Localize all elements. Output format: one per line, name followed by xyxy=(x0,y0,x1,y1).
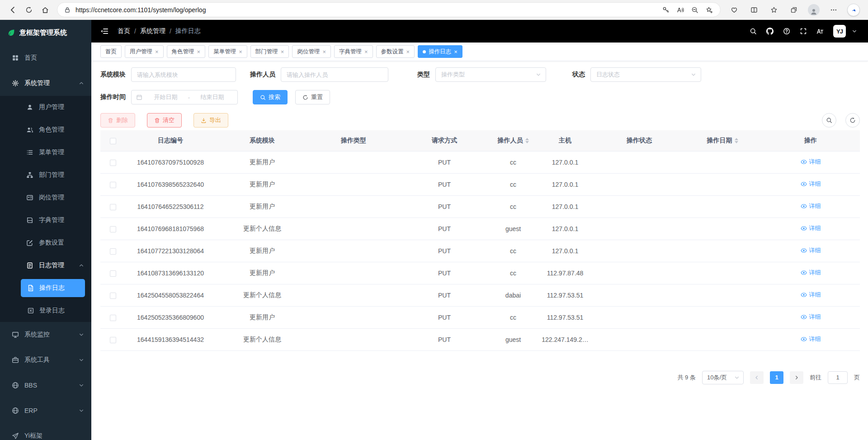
row-checkbox[interactable] xyxy=(110,248,116,255)
github-icon[interactable] xyxy=(766,28,774,35)
reset-button[interactable]: 重置 xyxy=(295,90,330,104)
sidebar-item-erp[interactable]: ERP xyxy=(0,398,91,423)
sidebar-item-system-monitor[interactable]: 系统监控 xyxy=(0,322,91,347)
column-date[interactable]: 操作日期 xyxy=(684,130,761,151)
close-icon[interactable]: × xyxy=(239,49,242,55)
date-range-picker[interactable]: 开始日期 - 结束日期 xyxy=(131,90,238,104)
back-button[interactable] xyxy=(5,2,21,18)
search-button[interactable]: 搜索 xyxy=(253,90,288,104)
row-checkbox[interactable] xyxy=(110,204,116,210)
goto-page-input[interactable] xyxy=(828,371,848,384)
fullscreen-icon[interactable] xyxy=(800,28,807,35)
tab-role-mgmt[interactable]: 角色管理 × xyxy=(167,45,206,58)
delete-button[interactable]: 删除 xyxy=(100,113,135,128)
url-text[interactable]: https://ccnetcore.com:1101/system/log/op… xyxy=(75,6,659,14)
app-logo-avatar[interactable]: YJ xyxy=(833,25,846,38)
tab-menu-mgmt[interactable]: 菜单管理 × xyxy=(208,45,247,58)
detail-link[interactable]: 详细 xyxy=(801,335,821,343)
zoom-out-icon[interactable] xyxy=(688,4,702,16)
row-checkbox[interactable] xyxy=(110,315,116,321)
tab-operlog[interactable]: 操作日志 × xyxy=(418,45,462,58)
sidebar-item-dept-mgmt[interactable]: 部门管理 xyxy=(0,164,91,186)
sidebar-item-log-mgmt[interactable]: 日志管理 xyxy=(0,254,91,277)
export-button[interactable]: 导出 xyxy=(193,113,228,128)
tab-param-settings[interactable]: 参数设置 × xyxy=(376,45,415,58)
password-key-icon[interactable] xyxy=(659,4,673,16)
search-icon[interactable] xyxy=(750,28,757,35)
close-icon[interactable]: × xyxy=(454,49,458,55)
show-search-toggle-button[interactable] xyxy=(822,113,836,128)
prev-page-button[interactable] xyxy=(750,371,764,384)
row-checkbox[interactable] xyxy=(110,226,116,232)
font-size-icon[interactable] xyxy=(816,28,824,35)
refresh-table-button[interactable] xyxy=(845,113,860,128)
split-screen-icon[interactable] xyxy=(746,2,762,18)
dropdown-caret-icon[interactable] xyxy=(852,28,857,34)
add-favorite-icon[interactable] xyxy=(702,4,717,16)
sort-icon[interactable] xyxy=(735,136,738,145)
page-size-select[interactable]: 10条/页 xyxy=(702,371,744,384)
sidebar-item-operlog[interactable]: 操作日志 xyxy=(0,277,91,299)
tab-home[interactable]: 首页 xyxy=(100,45,122,58)
breadcrumb-system[interactable]: 系统管理 xyxy=(140,27,165,35)
detail-link[interactable]: 详细 xyxy=(801,158,821,166)
close-icon[interactable]: × xyxy=(281,49,284,55)
detail-link[interactable]: 详细 xyxy=(801,291,821,299)
row-checkbox[interactable] xyxy=(110,293,116,299)
clear-button[interactable]: 清空 xyxy=(147,113,182,128)
collapse-sidebar-button[interactable] xyxy=(100,27,108,35)
type-select[interactable]: 操作类型 xyxy=(435,67,546,82)
detail-link[interactable]: 详细 xyxy=(801,246,821,255)
address-bar[interactable]: https://ccnetcore.com:1101/system/log/op… xyxy=(57,2,721,17)
tab-dict-mgmt[interactable]: 字典管理 × xyxy=(334,45,373,58)
sidebar-item-post-mgmt[interactable]: 岗位管理 xyxy=(0,186,91,209)
detail-link[interactable]: 详细 xyxy=(801,202,821,210)
help-icon[interactable] xyxy=(783,28,790,35)
next-page-button[interactable] xyxy=(790,371,803,384)
row-checkbox[interactable] xyxy=(110,182,116,188)
read-aloud-icon[interactable] xyxy=(673,4,688,16)
sidebar-item-bbs[interactable]: BBS xyxy=(0,373,91,398)
detail-link[interactable]: 详细 xyxy=(801,224,821,232)
app-logo[interactable]: 意框架管理系统 xyxy=(0,20,91,45)
tab-dept-mgmt[interactable]: 部门管理 × xyxy=(250,45,289,58)
sidebar-item-role-mgmt[interactable]: 角色管理 xyxy=(0,118,91,141)
browser-essentials-icon[interactable] xyxy=(726,2,742,18)
profile-avatar[interactable] xyxy=(806,2,822,18)
sidebar-item-system-tools[interactable]: 系统工具 xyxy=(0,347,91,373)
sidebar-item-loginlog[interactable]: 登录日志 xyxy=(0,299,91,322)
close-icon[interactable]: × xyxy=(322,49,326,55)
sidebar-item-param-settings[interactable]: 参数设置 xyxy=(0,232,91,254)
favorites-icon[interactable] xyxy=(766,2,782,18)
home-button[interactable] xyxy=(37,2,53,18)
sidebar-item-user-mgmt[interactable]: 用户管理 xyxy=(0,96,91,118)
sidebar-item-home[interactable]: 首页 xyxy=(0,45,91,71)
detail-link[interactable]: 详细 xyxy=(801,180,821,188)
module-input[interactable] xyxy=(131,67,236,82)
status-select[interactable]: 日志状态 xyxy=(590,67,701,82)
sidebar-item-dict-mgmt[interactable]: 字典管理 xyxy=(0,209,91,232)
sidebar-item-system-mgmt[interactable]: 系统管理 xyxy=(0,71,91,96)
more-icon[interactable] xyxy=(826,2,842,18)
row-checkbox[interactable] xyxy=(110,270,116,277)
row-checkbox[interactable] xyxy=(110,337,116,343)
select-all-checkbox[interactable] xyxy=(110,138,116,144)
sidebar-item-yi-framework[interactable]: Yi框架 xyxy=(0,423,91,440)
close-icon[interactable]: × xyxy=(155,49,159,55)
page-number-1[interactable]: 1 xyxy=(770,371,783,384)
close-icon[interactable]: × xyxy=(364,49,368,55)
collections-icon[interactable] xyxy=(786,2,802,18)
row-checkbox[interactable] xyxy=(110,160,116,166)
column-operator[interactable]: 操作人员 xyxy=(491,130,535,151)
refresh-button[interactable] xyxy=(21,2,37,18)
tab-user-mgmt[interactable]: 用户管理 × xyxy=(125,45,164,58)
sort-icon[interactable] xyxy=(525,136,529,145)
close-icon[interactable]: × xyxy=(197,49,201,55)
operator-input[interactable] xyxy=(281,67,388,82)
copilot-bing-icon[interactable] xyxy=(845,2,862,18)
tab-post-mgmt[interactable]: 岗位管理 × xyxy=(292,45,331,58)
detail-link[interactable]: 详细 xyxy=(801,269,821,277)
detail-link[interactable]: 详细 xyxy=(801,313,821,321)
breadcrumb-home[interactable]: 首页 xyxy=(118,27,130,35)
sidebar-item-menu-mgmt[interactable]: 菜单管理 xyxy=(0,141,91,164)
